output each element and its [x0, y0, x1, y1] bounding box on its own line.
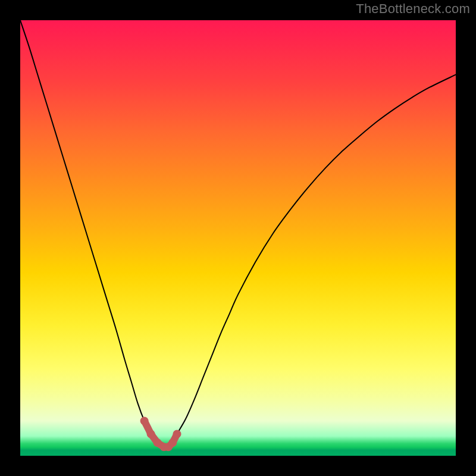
svg-point-0	[140, 416, 149, 425]
plot-area	[20, 20, 456, 456]
svg-point-1	[147, 430, 155, 438]
bottleneck-curve	[20, 20, 456, 456]
svg-point-6	[173, 430, 181, 438]
chart-frame: TheBottleneck.com	[0, 0, 476, 476]
watermark-text: TheBottleneck.com	[356, 1, 470, 17]
svg-point-5	[168, 439, 177, 447]
